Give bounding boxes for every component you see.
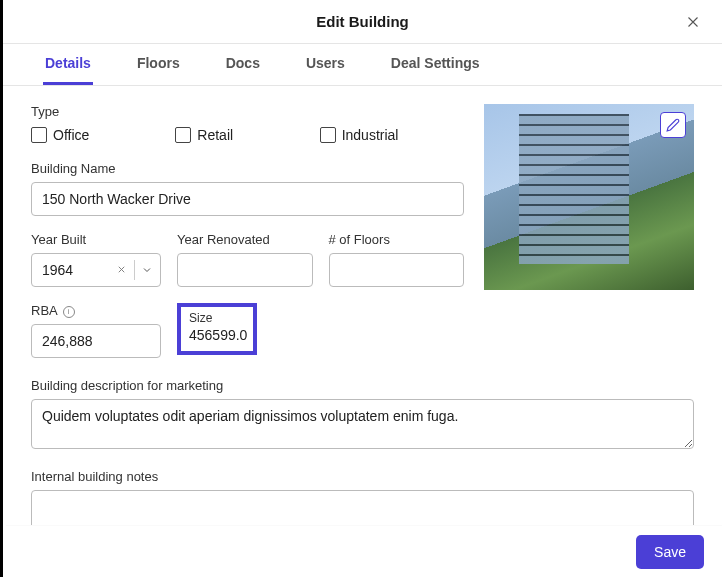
size-value: 456599.0: [189, 327, 245, 343]
size-highlight: Size 456599.0: [177, 303, 257, 355]
modal-footer: Save: [6, 525, 722, 577]
year-renovated-input[interactable]: [177, 253, 313, 287]
tab-docs[interactable]: Docs: [224, 44, 262, 85]
rba-label: RBA i: [31, 303, 161, 318]
year-built-clear-button[interactable]: [112, 260, 131, 280]
pencil-icon: [666, 118, 680, 132]
modal-header: Edit Building: [3, 0, 722, 44]
type-checkbox-row: Office Retail Industrial: [31, 127, 464, 143]
rba-input[interactable]: [31, 324, 161, 358]
checkbox-retail[interactable]: [175, 127, 191, 143]
year-built-dropdown-button[interactable]: [139, 262, 155, 278]
description-label: Building description for marketing: [31, 378, 694, 393]
close-icon: [684, 13, 702, 31]
tab-deal-settings[interactable]: Deal Settings: [389, 44, 482, 85]
size-label: Size: [189, 311, 245, 325]
modal-title: Edit Building: [316, 13, 408, 30]
internal-notes-textarea[interactable]: [31, 490, 694, 525]
checkbox-office-label[interactable]: Office: [53, 127, 89, 143]
floors-count-input[interactable]: [329, 253, 465, 287]
checkbox-retail-label[interactable]: Retail: [197, 127, 233, 143]
year-renovated-label: Year Renovated: [177, 232, 313, 247]
internal-notes-label: Internal building notes: [31, 469, 694, 484]
building-name-input[interactable]: [31, 182, 464, 216]
tabs: Details Floors Docs Users Deal Settings: [3, 44, 722, 86]
type-label: Type: [31, 104, 464, 119]
close-button[interactable]: [680, 9, 706, 35]
form-scroll-area[interactable]: Type Office Retail Industrial Building N…: [3, 86, 722, 525]
checkbox-industrial[interactable]: [320, 127, 336, 143]
chevron-down-icon: [141, 264, 153, 276]
save-button[interactable]: Save: [636, 535, 704, 569]
info-icon[interactable]: i: [63, 306, 75, 318]
tab-users[interactable]: Users: [304, 44, 347, 85]
combo-divider: [134, 260, 135, 280]
edit-image-button[interactable]: [660, 112, 686, 138]
building-name-label: Building Name: [31, 161, 464, 176]
tab-floors[interactable]: Floors: [135, 44, 182, 85]
year-built-label: Year Built: [31, 232, 161, 247]
x-icon: [116, 264, 127, 275]
checkbox-office[interactable]: [31, 127, 47, 143]
rba-label-text: RBA: [31, 303, 57, 318]
floors-count-label: # of Floors: [329, 232, 465, 247]
description-textarea[interactable]: [31, 399, 694, 449]
tab-details[interactable]: Details: [43, 44, 93, 85]
checkbox-industrial-label[interactable]: Industrial: [342, 127, 399, 143]
image-column: [484, 104, 694, 290]
